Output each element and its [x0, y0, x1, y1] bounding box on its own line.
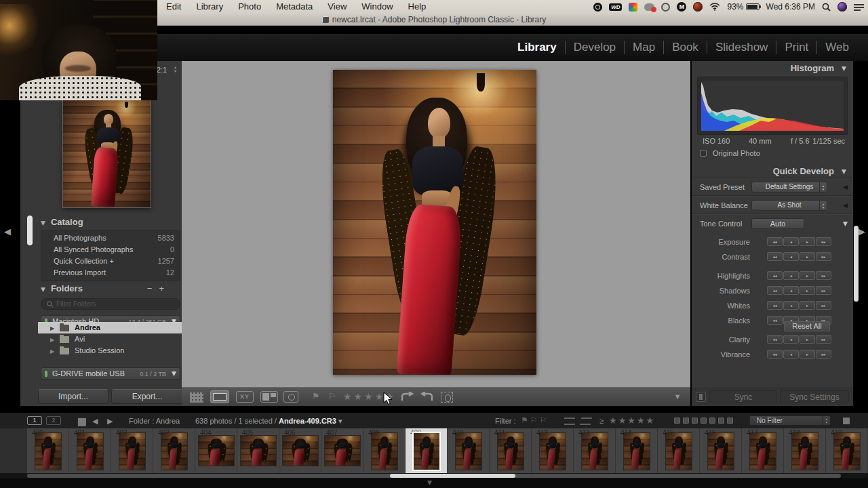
color-label-swatch[interactable]: [683, 418, 689, 424]
control-center-icon[interactable]: [854, 3, 864, 11]
increase-button[interactable]: [800, 301, 815, 310]
filmstrip-frame[interactable]: 418: [784, 428, 826, 473]
wifi-icon[interactable]: [709, 3, 720, 11]
decrease-large-button[interactable]: [767, 350, 783, 359]
catalog-section-header[interactable]: ▼Catalog: [41, 217, 83, 227]
decrease-large-button[interactable]: [767, 316, 783, 325]
filmstrip-frame[interactable]: 404: [195, 428, 237, 473]
sync-toggle-icon[interactable]: [696, 392, 706, 402]
increase-button[interactable]: [800, 252, 815, 261]
increase-button[interactable]: [800, 286, 815, 295]
increase-large-button[interactable]: [816, 301, 831, 310]
filmstrip-scrollbar-thumb[interactable]: [390, 474, 515, 478]
menubar-item[interactable]: Edit: [159, 0, 189, 14]
menu-extra-icon[interactable]: [661, 3, 670, 12]
show-left-panel-arrow[interactable]: ◀: [4, 226, 11, 237]
filmstrip-frame[interactable]: 410: [448, 428, 490, 473]
increase-large-button[interactable]: [816, 286, 831, 295]
filmstrip-frame[interactable]: 405: [237, 428, 279, 473]
filmstrip-frame[interactable]: 417: [742, 428, 784, 473]
catalog-item[interactable]: All Photographs 5833: [41, 232, 180, 244]
folder-row[interactable]: ▶ Studio Session 27: [38, 345, 202, 357]
decrease-button[interactable]: [783, 286, 799, 295]
color-label-swatch[interactable]: [709, 418, 715, 424]
filmstrip-frame[interactable]: 408: [363, 428, 406, 473]
increase-large-button[interactable]: [816, 237, 831, 246]
module-tab[interactable]: Web: [816, 41, 857, 54]
increase-large-button[interactable]: [816, 350, 831, 359]
selection-info[interactable]: 638 photos / 1 selected / Andrea-409.CR3…: [195, 417, 342, 426]
decrease-large-button[interactable]: [767, 237, 783, 246]
filmstrip-frame[interactable]: 403: [153, 428, 195, 473]
loupe-view-canvas[interactable]: [182, 61, 690, 387]
increase-button[interactable]: [800, 237, 815, 246]
cloud-sync-icon[interactable]: [644, 3, 654, 11]
battery-indicator[interactable]: 93%: [727, 2, 759, 12]
right-panel-scrollbar[interactable]: [854, 226, 859, 302]
color-label-swatch[interactable]: [701, 418, 707, 424]
saved-preset-select[interactable]: Default Settings▴▾: [751, 182, 827, 192]
siri-icon[interactable]: [837, 2, 847, 12]
decrease-button[interactable]: [783, 237, 799, 246]
filmstrip-frame[interactable]: 406: [279, 428, 321, 473]
export-button[interactable]: Export...: [111, 389, 183, 404]
grid-view-shortcut-icon[interactable]: [78, 418, 83, 423]
filmstrip-frame[interactable]: 400: [27, 428, 69, 473]
menubar-clock[interactable]: Wed 6:36 PM: [766, 2, 815, 12]
filmstrip-frame[interactable]: 409: [406, 428, 448, 473]
reset-all-button[interactable]: Reset All: [784, 321, 830, 331]
loupe-view-icon[interactable]: [210, 390, 229, 403]
expand-section-icon[interactable]: ◀: [843, 202, 848, 209]
wd-drive-icon[interactable]: WD: [609, 3, 622, 11]
navigator-preview[interactable]: [63, 100, 151, 207]
rating-operator[interactable]: ≥: [599, 417, 604, 425]
increase-button[interactable]: [800, 271, 815, 280]
color-label-swatch[interactable]: [727, 418, 733, 424]
increase-button[interactable]: [800, 350, 815, 359]
folders-section-header[interactable]: ▼Folders: [41, 283, 83, 293]
show-right-panel-arrow[interactable]: ▶: [859, 226, 865, 237]
module-tab[interactable]: Print: [776, 41, 816, 54]
color-label-swatch[interactable]: [692, 418, 698, 424]
module-tab[interactable]: Library: [509, 41, 565, 54]
volume-gdrive-usb[interactable]: G-DRIVE mobile USB 0.1 / 2 TB ▼: [41, 367, 180, 380]
decrease-large-button[interactable]: [767, 286, 783, 295]
decrease-button[interactable]: [783, 301, 799, 310]
menubar-item[interactable]: Help: [401, 0, 434, 14]
disclosure-triangle-icon[interactable]: ▶: [50, 346, 54, 357]
second-window-button[interactable]: 2: [46, 416, 61, 425]
collapse-triangle-icon[interactable]: ▼: [172, 370, 176, 377]
zoom-stepper-icon[interactable]: ▴▾: [174, 65, 176, 73]
filmstrip-frame[interactable]: 402: [111, 428, 153, 473]
filmstrip-frame[interactable]: 419: [826, 428, 868, 473]
undo-arrow-icon[interactable]: [400, 392, 415, 403]
color-label-swatch[interactable]: [674, 418, 680, 424]
decrease-button[interactable]: [783, 350, 799, 359]
collapse-triangle-icon[interactable]: ▼: [843, 220, 848, 227]
expand-section-icon[interactable]: ◀: [843, 184, 848, 190]
menubar-item[interactable]: Photo: [231, 0, 269, 14]
filmstrip-frame[interactable]: 412: [532, 428, 574, 473]
module-tab[interactable]: Book: [663, 41, 707, 54]
navigator-zoom-ratio[interactable]: 2:1: [157, 66, 167, 74]
sync-button[interactable]: Sync: [709, 390, 777, 403]
menubar-item[interactable]: Metadata: [269, 0, 320, 14]
filmstrip-frame[interactable]: 415: [658, 428, 700, 473]
catalog-item[interactable]: All Synced Photographs 0: [41, 244, 180, 256]
auto-tone-button[interactable]: Auto: [751, 218, 804, 229]
current-folder-label[interactable]: Folder : Andrea: [129, 417, 180, 425]
original-photo-checkbox[interactable]: [700, 150, 707, 157]
disclosure-triangle-icon[interactable]: ▶: [50, 334, 54, 346]
toolbar-overflow-icon[interactable]: ▼: [675, 394, 679, 400]
histogram-header[interactable]: Histogram ▼: [692, 61, 853, 75]
filmstrip-frame[interactable]: 416: [700, 428, 742, 473]
import-button[interactable]: Import...: [38, 389, 108, 404]
filter-star-icons[interactable]: ★★★★★: [609, 415, 655, 426]
filmstrip-frame[interactable]: 413: [574, 428, 616, 473]
add-folder-button[interactable]: +: [159, 283, 171, 293]
quick-develop-header[interactable]: Quick Develop ▼: [692, 164, 853, 178]
module-tab[interactable]: Slideshow: [707, 41, 776, 54]
module-tab[interactable]: Map: [624, 41, 663, 54]
filter-edits-icon[interactable]: [564, 418, 575, 425]
creative-cloud-icon[interactable]: [629, 3, 637, 12]
